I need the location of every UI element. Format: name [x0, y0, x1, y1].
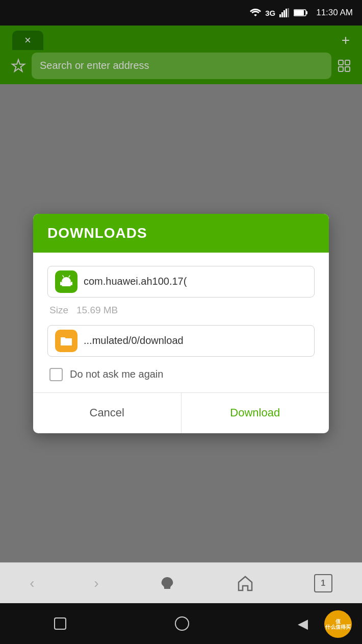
toolbar-top: × + [7, 31, 355, 50]
dialog-body: com.huawei.ah100.17( Size 15.69 MB ...mu… [33, 253, 329, 381]
address-bar-row: Search or enter address [7, 53, 355, 79]
home-button-android[interactable] [175, 616, 189, 631]
do-not-ask-checkbox[interactable] [49, 368, 63, 381]
download-button[interactable]: Download [182, 393, 329, 433]
svg-line-16 [69, 276, 70, 277]
watermark: 值什么值得买 [324, 610, 352, 638]
download-dialog: DOWNLOADS [33, 214, 329, 433]
dialog-title: DOWNLOADS [47, 225, 147, 241]
svg-rect-2 [283, 10, 285, 17]
extension-icon[interactable] [337, 58, 352, 73]
bookmark-icon[interactable] [10, 58, 27, 74]
dialog-header: DOWNLOADS [33, 214, 329, 253]
recents-button[interactable] [54, 617, 66, 630]
battery-icon [294, 9, 308, 17]
svg-rect-6 [294, 10, 304, 15]
svg-rect-3 [286, 9, 287, 17]
cancel-label: Cancel [90, 406, 124, 419]
folder-path-field[interactable]: ...mulated/0/download [47, 325, 315, 357]
file-name-text: com.huawei.ah100.17( [84, 276, 187, 287]
apk-icon [55, 270, 77, 293]
watermark-text: 值什么值得买 [325, 618, 351, 630]
folder-svg [60, 335, 73, 346]
file-name-field[interactable]: com.huawei.ah100.17( [47, 266, 315, 298]
tab-item[interactable]: × [12, 31, 43, 50]
svg-rect-10 [339, 67, 343, 71]
size-value: 15.69 MB [76, 305, 118, 316]
svg-rect-11 [345, 67, 350, 71]
svg-rect-4 [288, 8, 289, 17]
android-nav-bar: ◀ 值什么值得买 [0, 603, 362, 644]
browser-toolbar: × + Search or enter address [0, 26, 362, 84]
svg-rect-17 [60, 282, 62, 285]
home-button[interactable] [236, 574, 254, 592]
network-label: 3G [265, 9, 275, 17]
svg-rect-9 [345, 60, 350, 65]
svg-rect-8 [339, 60, 343, 65]
size-label: Size [49, 305, 68, 316]
address-bar[interactable]: Search or enter address [32, 53, 331, 79]
svg-rect-18 [71, 282, 72, 285]
svg-line-15 [63, 276, 64, 277]
tab-close-button[interactable]: × [24, 34, 31, 47]
add-tab-button[interactable]: + [342, 32, 350, 48]
signal-icon [279, 8, 290, 17]
time-display: 11:30 AM [316, 8, 353, 18]
svg-rect-7 [306, 11, 307, 14]
bottom-nav: ‹ › 1 [0, 562, 362, 603]
svg-rect-0 [279, 14, 281, 17]
do-not-ask-row[interactable]: Do not ask me again [47, 368, 315, 381]
folder-path-text: ...mulated/0/download [84, 335, 184, 346]
do-not-ask-label: Do not ask me again [70, 368, 163, 380]
android-icon [59, 275, 73, 289]
modal-overlay: DOWNLOADS [0, 84, 362, 562]
wifi-icon [250, 8, 261, 17]
svg-rect-1 [281, 12, 283, 17]
address-placeholder: Search or enter address [40, 60, 149, 71]
share-button[interactable] [158, 574, 176, 592]
tabs-count: 1 [321, 579, 325, 588]
file-size-row: Size 15.69 MB [47, 305, 315, 316]
forward-button[interactable]: › [94, 575, 98, 591]
cancel-button[interactable]: Cancel [33, 393, 182, 433]
back-button-android[interactable]: ◀ [298, 616, 308, 632]
folder-icon [55, 330, 77, 352]
back-button[interactable]: ‹ [30, 575, 34, 591]
status-icons: 3G 11:30 AM [250, 8, 353, 18]
tabs-button[interactable]: 1 [314, 574, 332, 592]
svg-rect-14 [62, 282, 71, 286]
download-label: Download [230, 406, 280, 419]
dialog-footer: Cancel Download [33, 392, 329, 433]
status-bar: 3G 11:30 AM [0, 0, 362, 26]
